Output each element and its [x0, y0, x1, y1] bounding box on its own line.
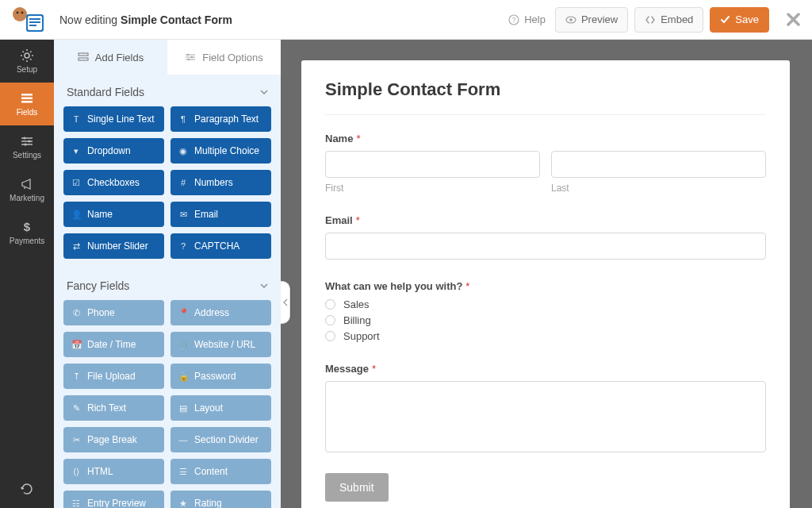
help-link[interactable]: ? Help: [508, 13, 546, 25]
field-website-url[interactable]: 🔗Website / URL: [170, 332, 271, 357]
submit-button[interactable]: Submit: [325, 473, 389, 502]
svg-point-0: [13, 7, 27, 21]
radio-icon: [325, 315, 335, 325]
field-file-upload[interactable]: ⤒File Upload: [63, 364, 164, 389]
field-options-icon: [185, 52, 196, 63]
field-address[interactable]: 📍Address: [170, 300, 271, 325]
add-fields-icon: [78, 52, 89, 63]
megaphone-icon: [20, 177, 34, 191]
help-option-sales[interactable]: Sales: [325, 298, 766, 310]
star-icon: ★: [178, 498, 188, 509]
field-name-group[interactable]: Name* First Last: [325, 133, 766, 194]
field-section-divider[interactable]: —Section Divider: [170, 427, 271, 452]
field-layout[interactable]: ▤Layout: [170, 395, 271, 421]
calendar-icon: 📅: [71, 340, 81, 350]
field-name[interactable]: 👤Name: [63, 202, 164, 227]
svg-point-22: [187, 54, 190, 56]
svg-point-11: [569, 18, 573, 21]
field-number-slider[interactable]: ⇄Number Slider: [63, 233, 164, 259]
form-title[interactable]: Simple Contact Form: [325, 79, 766, 115]
sidebar-item-payments[interactable]: $ Payments: [0, 211, 54, 254]
first-name-sublabel: First: [325, 183, 540, 194]
fields-panel: Add Fields Field Options Standard Fields…: [54, 40, 281, 508]
panel-collapse-toggle[interactable]: [281, 281, 290, 324]
preview-icon: ☷: [71, 498, 81, 509]
field-paragraph-text[interactable]: ¶Paragraph Text: [170, 106, 271, 132]
svg-rect-14: [21, 98, 33, 100]
first-name-input[interactable]: [325, 151, 540, 178]
field-entry-preview[interactable]: ☷Entry Preview: [63, 491, 164, 508]
field-rich-text[interactable]: ✎Rich Text: [63, 395, 164, 421]
tab-add-fields[interactable]: Add Fields: [54, 40, 167, 75]
check-square-icon: ☑: [71, 178, 81, 188]
tab-field-options[interactable]: Field Options: [167, 40, 281, 75]
file-icon: ☰: [178, 467, 188, 477]
svg-rect-13: [21, 94, 33, 96]
field-page-break[interactable]: ✂Page Break: [63, 427, 164, 452]
last-name-input[interactable]: [551, 151, 766, 178]
check-icon: [720, 14, 730, 25]
field-checkboxes[interactable]: ☑Checkboxes: [63, 170, 164, 195]
radio-icon: ◉: [178, 146, 188, 156]
email-field-label: Email*: [325, 214, 766, 226]
sidebar-item-history[interactable]: [0, 471, 54, 508]
svg-rect-7: [29, 25, 36, 26]
field-multiple-choice[interactable]: ◉Multiple Choice: [170, 138, 271, 164]
svg-point-23: [191, 56, 193, 59]
upload-icon: ⤒: [71, 371, 81, 382]
name-field-label: Name*: [325, 133, 766, 144]
field-email-group[interactable]: Email*: [325, 214, 766, 260]
wpforms-logo: [12, 6, 44, 34]
field-message-group[interactable]: Message*: [325, 363, 766, 452]
preview-button[interactable]: Preview: [555, 7, 628, 33]
field-single-line-text[interactable]: TSingle Line Text: [63, 106, 164, 132]
help-option-billing[interactable]: Billing: [325, 314, 766, 326]
field-email[interactable]: ✉Email: [170, 202, 271, 227]
form-preview: Simple Contact Form Name* First Last Ema…: [301, 60, 790, 508]
help-option-support[interactable]: Support: [325, 330, 766, 342]
lock-icon: 🔒: [178, 371, 188, 382]
phone-icon: ✆: [71, 308, 81, 318]
sliders-icon: ⇄: [71, 241, 81, 252]
code-icon: ⟨⟩: [71, 467, 81, 477]
chevron-down-icon: [260, 90, 268, 94]
field-help-group[interactable]: What can we help you with?* Sales Billin…: [325, 280, 766, 342]
svg-rect-5: [29, 18, 40, 20]
sidebar-item-setup[interactable]: Setup: [0, 40, 54, 83]
field-numbers[interactable]: #Numbers: [170, 170, 271, 195]
svg-rect-6: [29, 21, 40, 23]
section-standard-fields-toggle[interactable]: Standard Fields: [54, 75, 281, 106]
radio-icon: [325, 299, 335, 310]
field-password[interactable]: 🔒Password: [170, 364, 271, 389]
question-icon: ?: [178, 241, 188, 251]
svg-point-2: [21, 11, 24, 13]
embed-button[interactable]: Embed: [634, 7, 703, 33]
close-builder-button[interactable]: [787, 13, 800, 26]
field-phone[interactable]: ✆Phone: [63, 300, 164, 325]
save-button[interactable]: Save: [710, 7, 769, 33]
chevron-down-icon: [260, 283, 268, 288]
scissors-icon: ✂: [71, 435, 81, 445]
svg-rect-20: [79, 53, 88, 56]
sidebar-item-label: Marketing: [10, 194, 44, 202]
email-input[interactable]: [325, 233, 766, 260]
field-content[interactable]: ☰Content: [170, 459, 271, 484]
message-textarea[interactable]: [325, 381, 766, 452]
help-field-label: What can we help you with?*: [325, 280, 766, 292]
field-dropdown[interactable]: ▾Dropdown: [63, 138, 164, 164]
field-rating[interactable]: ★Rating: [170, 491, 271, 508]
field-date-time[interactable]: 📅Date / Time: [63, 332, 164, 357]
sidebar-item-marketing[interactable]: Marketing: [0, 168, 54, 211]
svg-rect-21: [79, 58, 88, 60]
field-html[interactable]: ⟨⟩HTML: [63, 459, 164, 484]
code-icon: [645, 14, 656, 25]
svg-point-12: [25, 53, 29, 58]
sidebar-item-fields[interactable]: Fields: [0, 83, 54, 125]
sidebar-item-label: Setup: [17, 65, 37, 74]
sidebar-item-label: Fields: [17, 108, 38, 117]
sidebar-item-settings[interactable]: Settings: [0, 125, 54, 168]
gear-icon: [20, 48, 34, 63]
field-captcha[interactable]: ?CAPTCHA: [170, 233, 271, 259]
svg-point-1: [17, 11, 19, 13]
section-fancy-fields-toggle[interactable]: Fancy Fields: [54, 268, 281, 300]
